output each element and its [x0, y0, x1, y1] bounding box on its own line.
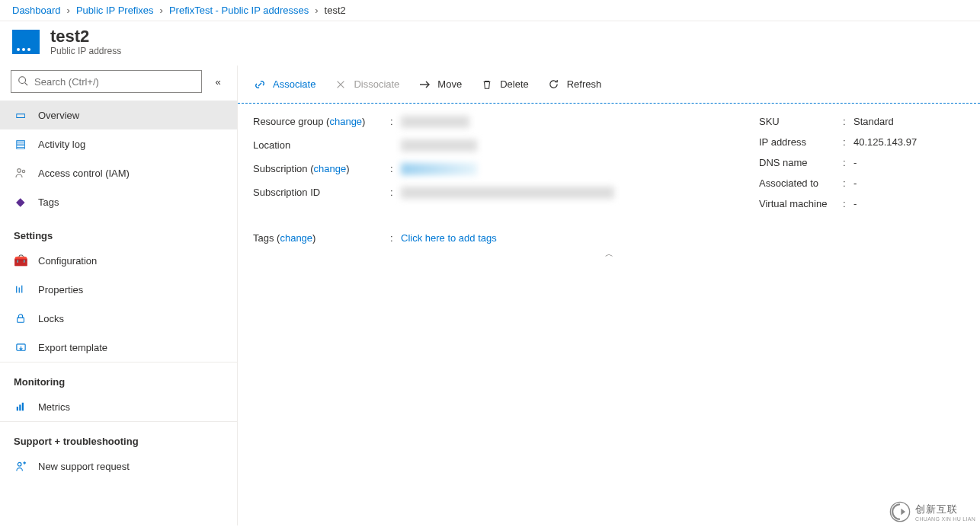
collapse-sidebar-button[interactable]: «: [210, 73, 226, 90]
associate-button[interactable]: Associate: [253, 78, 315, 91]
sidebar-section-support: Support + troubleshooting: [0, 421, 237, 452]
sidebar-item-metrics[interactable]: Metrics: [0, 392, 237, 421]
sidebar-item-locks[interactable]: Locks: [0, 304, 237, 333]
svg-rect-9: [17, 407, 18, 410]
sku-value: Standard: [853, 116, 965, 127]
change-tags-link[interactable]: change: [280, 232, 312, 244]
subscription-id-value: [401, 187, 614, 199]
refresh-icon: [547, 78, 561, 91]
collapse-essentials-button[interactable]: ︿: [238, 248, 980, 260]
sidebar-item-new-support-request[interactable]: New support request: [0, 452, 237, 481]
sidebar-item-activity-log[interactable]: ▤ Activity log: [0, 129, 237, 158]
sidebar-item-tags[interactable]: ◆ Tags: [0, 187, 237, 216]
search-input[interactable]: [34, 76, 195, 88]
kv-subscription-id: Subscription ID :: [253, 187, 729, 201]
sidebar: « ▭ Overview ▤ Activity log Access contr…: [0, 65, 238, 525]
kv-location: Location: [253, 139, 729, 154]
ip-address-value: 40.125.143.97: [853, 136, 965, 148]
watermark-icon: [889, 501, 911, 522]
svg-line-1: [25, 82, 28, 85]
sidebar-item-label: Configuration: [38, 255, 97, 267]
dissociate-icon: [334, 78, 347, 91]
kv-ip-address: IP address:40.125.143.97: [759, 136, 965, 148]
kv-sku: SKU:Standard: [759, 116, 965, 127]
virtual-machine-value: -: [853, 198, 965, 209]
sidebar-item-label: Properties: [38, 284, 83, 295]
associated-to-value: -: [853, 177, 965, 189]
dns-name-value: -: [853, 157, 965, 168]
sidebar-item-properties[interactable]: Properties: [0, 275, 237, 304]
toolbar-label: Associate: [273, 78, 315, 90]
page-title: test2: [50, 27, 121, 46]
svg-point-3: [22, 170, 24, 172]
location-value: [401, 139, 477, 152]
resource-type-label: Public IP address: [50, 46, 121, 56]
sidebar-item-label: Export template: [38, 342, 107, 353]
toolbar-label: Delete: [500, 78, 529, 90]
move-icon: [418, 78, 431, 91]
tag-icon: ◆: [14, 195, 27, 209]
breadcrumb-link[interactable]: PrefixTest - Public IP addresses: [169, 5, 309, 16]
essentials-panel: Resource group (change) : Location Subsc…: [238, 104, 980, 225]
sidebar-item-label: Tags: [38, 196, 59, 208]
overview-icon: ▭: [14, 108, 27, 122]
delete-button[interactable]: Delete: [480, 78, 529, 91]
watermark: 创新互联 CHUANG XIN HU LIAN: [889, 501, 975, 522]
kv-resource-group: Resource group (change) :: [253, 116, 729, 130]
refresh-button[interactable]: Refresh: [547, 78, 602, 91]
resource-group-value: [401, 116, 469, 128]
svg-rect-11: [22, 403, 24, 411]
toolbar: Associate Dissociate Move Delete: [238, 65, 980, 104]
chevron-right-icon: ›: [315, 5, 318, 16]
support-icon: [14, 459, 27, 473]
sidebar-item-label: New support request: [38, 461, 130, 472]
toolbar-label: Refresh: [567, 78, 602, 90]
tags-row: Tags (change) : Click here to add tags: [238, 225, 980, 248]
breadcrumb-link[interactable]: Public IP Prefixes: [76, 5, 154, 16]
add-tags-link[interactable]: Click here to add tags: [401, 232, 497, 244]
svg-point-2: [18, 169, 21, 173]
main-pane: Associate Dissociate Move Delete: [238, 65, 980, 525]
search-box[interactable]: [11, 70, 202, 93]
chevron-right-icon: ›: [160, 5, 163, 16]
sidebar-item-overview[interactable]: ▭ Overview: [0, 101, 237, 129]
move-button[interactable]: Move: [418, 78, 462, 91]
subscription-value: [401, 163, 477, 175]
toolbar-label: Dissociate: [354, 78, 399, 90]
change-resource-group-link[interactable]: change: [329, 116, 362, 127]
export-icon: [14, 340, 27, 354]
kv-dns-name: DNS name:-: [759, 157, 965, 168]
change-subscription-link[interactable]: change: [314, 163, 347, 174]
sidebar-item-configuration[interactable]: 🧰 Configuration: [0, 246, 237, 275]
properties-icon: [14, 283, 27, 296]
lock-icon: [14, 311, 27, 325]
kv-associated-to: Associated to:-: [759, 177, 965, 189]
sidebar-item-access-control[interactable]: Access control (IAM): [0, 158, 237, 187]
svg-point-12: [18, 462, 21, 466]
iam-icon: [14, 166, 27, 180]
breadcrumb-link[interactable]: Dashboard: [12, 5, 61, 16]
page-header: test2 Public IP address: [0, 21, 980, 65]
sidebar-item-label: Metrics: [38, 401, 70, 413]
breadcrumb-current: test2: [325, 5, 346, 16]
public-ip-icon: [12, 30, 40, 54]
sidebar-item-label: Access control (IAM): [38, 168, 130, 179]
log-icon: ▤: [14, 137, 27, 151]
chevron-right-icon: ›: [67, 5, 70, 16]
sidebar-item-label: Locks: [38, 313, 64, 324]
delete-icon: [480, 78, 494, 91]
search-icon: [18, 75, 28, 88]
sidebar-item-label: Overview: [38, 110, 79, 121]
sidebar-section-settings: Settings: [0, 216, 237, 246]
svg-rect-7: [18, 318, 24, 322]
sidebar-section-monitoring: Monitoring: [0, 362, 237, 392]
associate-icon: [253, 78, 267, 91]
kv-subscription: Subscription (change) :: [253, 163, 729, 177]
sidebar-item-label: Activity log: [38, 139, 85, 150]
sidebar-item-export-template[interactable]: Export template: [0, 333, 237, 362]
config-icon: 🧰: [14, 254, 27, 267]
toolbar-label: Move: [437, 78, 462, 90]
kv-virtual-machine: Virtual machine:-: [759, 198, 965, 209]
svg-point-0: [19, 76, 26, 83]
metrics-icon: [14, 400, 27, 414]
